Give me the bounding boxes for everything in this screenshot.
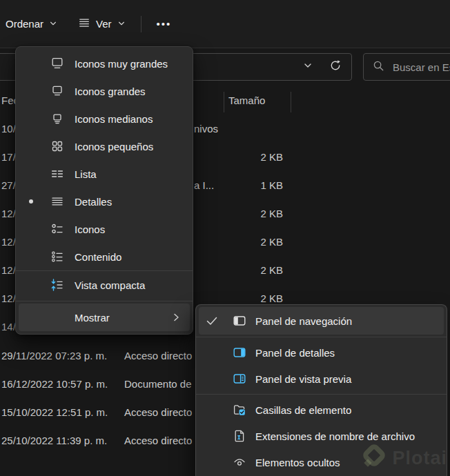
menu-item-iconos-muy-grandes[interactable]: Iconos muy grandes [16, 50, 193, 77]
row-date: 17/ [1, 151, 16, 163]
toolbar-separator [141, 16, 141, 32]
search-input[interactable] [393, 61, 450, 73]
item-checkboxes-icon [233, 403, 246, 417]
row-date: 12/ [1, 208, 16, 219]
menu-item-label: Vista compacta [75, 279, 145, 291]
checkmark-icon [205, 314, 219, 328]
submenu-item-panel-navegacion[interactable]: Panel de navegación [199, 307, 444, 335]
search-icon [373, 60, 384, 75]
menu-item-iconos-grandes[interactable]: Iconos grandes [16, 77, 193, 105]
menu-item-label: Iconos grandes [75, 86, 146, 97]
row-size: 2 KB [228, 236, 283, 248]
submenu-divider [196, 394, 447, 395]
menu-item-iconos-pequenos[interactable]: Iconos pequeños [16, 132, 193, 160]
selected-bullet-icon [29, 199, 33, 204]
medium-icons-icon [50, 112, 64, 126]
column-header-tamano[interactable]: Tamaño [228, 95, 265, 106]
menu-item-mostrar[interactable]: Mostrar [19, 304, 190, 331]
row-date: 25/10/2022 11:39 p. m. [1, 435, 107, 446]
refresh-button[interactable] [325, 57, 346, 77]
menu-item-lista[interactable]: Lista [16, 160, 193, 188]
view-button-label: Ver [96, 18, 112, 30]
submenu-item-label: Panel de navegación [255, 315, 352, 327]
more-options-button[interactable]: ••• [151, 15, 177, 32]
submenu-item-label: Elementos ocultos [255, 457, 340, 468]
row-date: 10/ [1, 123, 16, 135]
row-date: 27/ [1, 179, 16, 191]
menu-item-detalles[interactable]: Detalles [16, 188, 193, 215]
column-divider[interactable] [291, 92, 291, 112]
submenu-item-label: Panel de vista previa [255, 373, 351, 385]
row-type: Acceso directo [124, 350, 192, 361]
ellipsis-icon: ••• [157, 18, 172, 30]
row-date: 12/ [1, 264, 16, 276]
row-date: 16/12/2022 10:57 p. m. [1, 378, 108, 390]
search-box[interactable] [363, 53, 450, 81]
row-date: 12/ [1, 236, 16, 248]
menu-item-label: Iconos pequeños [75, 141, 153, 152]
submenu-item-extensiones[interactable]: Extensiones de nombre de archivo [196, 423, 447, 449]
view-lines-icon [78, 17, 90, 31]
row-size: 2 KB [228, 292, 283, 304]
row-type: nivos [194, 123, 218, 135]
menu-item-label: Iconos muy grandes [75, 58, 168, 70]
submenu-item-label: Panel de detalles [255, 347, 335, 359]
submenu-item-casillas-elemento[interactable]: Casillas de elemento [196, 397, 447, 423]
row-size: 2 KB [228, 264, 283, 276]
sort-button-label: Ordenar [6, 18, 43, 30]
menu-item-iconos-medianos[interactable]: Iconos medianos [16, 105, 193, 132]
menu-item-vista-compacta[interactable]: Vista compacta [16, 270, 193, 299]
extra-large-icons-icon [50, 57, 64, 70]
file-explorer-window: Ordenar Ver ••• [0, 0, 450, 476]
small-icons-icon [50, 139, 64, 153]
menu-item-label: Iconos medianos [75, 113, 153, 125]
menu-item-label: Iconos [75, 224, 105, 235]
list-view-icon [50, 167, 64, 181]
refresh-icon [329, 59, 342, 75]
menu-item-label: Mostrar [75, 312, 110, 324]
row-date: 29/11/2022 07:23 p. m. [1, 350, 107, 361]
submenu-item-elementos-ocultos[interactable]: Elementos ocultos [196, 449, 447, 475]
address-dropdown-button[interactable] [297, 57, 318, 77]
chevron-down-icon [49, 18, 57, 30]
row-type: Acceso directo [124, 435, 192, 446]
view-button[interactable]: Ver [78, 17, 126, 31]
row-type: a I... [194, 179, 214, 191]
icons-view-icon [50, 222, 64, 236]
menu-divider [16, 301, 193, 301]
chevron-down-icon [303, 61, 313, 73]
navigation-pane-icon [233, 314, 246, 328]
submenu-item-label: Casillas de elemento [255, 404, 351, 416]
submenu-item-panel-vista-previa[interactable]: Panel de vista previa [196, 366, 447, 392]
details-pane-icon [233, 346, 246, 359]
submenu-divider [196, 337, 447, 337]
column-divider[interactable] [224, 92, 224, 112]
row-date: 15/10/2022 12:51 p. m. [1, 406, 108, 418]
file-extensions-icon [233, 429, 246, 443]
menu-item-label: Lista [75, 168, 97, 180]
menu-item-label: Contenido [75, 251, 121, 263]
submenu-item-panel-detalles[interactable]: Panel de detalles [196, 339, 447, 366]
command-toolbar: Ordenar Ver ••• [0, 0, 450, 48]
row-size: 1 KB [228, 179, 283, 191]
row-type: Acceso directo [124, 406, 192, 418]
chevron-down-icon [117, 18, 126, 30]
large-icons-icon [50, 84, 64, 98]
menu-item-label: Detalles [75, 196, 112, 208]
row-size: 2 KB [228, 151, 283, 163]
submenu-item-label: Extensiones de nombre de archivo [255, 430, 415, 442]
view-dropdown-menu: Iconos muy grandes Iconos grandes Iconos… [15, 46, 193, 335]
menu-item-contenido[interactable]: Contenido [16, 243, 193, 270]
chevron-right-icon [170, 312, 182, 323]
compact-view-icon [50, 278, 64, 292]
preview-pane-icon [233, 372, 246, 386]
sort-button[interactable]: Ordenar [6, 18, 57, 30]
details-view-icon [50, 195, 64, 208]
row-date: 12/ [1, 292, 16, 304]
row-size: 2 KB [228, 208, 283, 219]
show-submenu: Panel de navegación Panel de detalles Pa… [195, 304, 447, 476]
hidden-items-eye-icon [233, 455, 246, 469]
row-type: Documento de [124, 378, 192, 390]
menu-item-iconos[interactable]: Iconos [16, 215, 193, 243]
content-view-icon [50, 250, 64, 264]
